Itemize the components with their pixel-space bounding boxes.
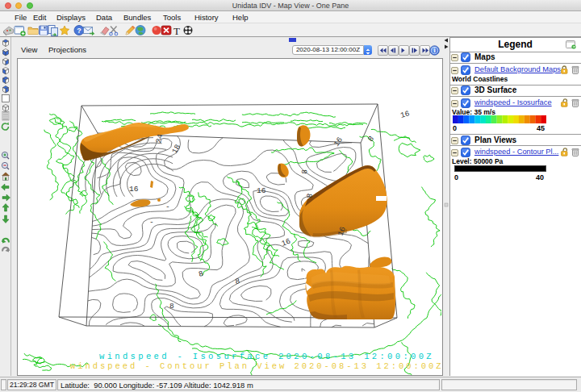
svg-text:24: 24 (154, 133, 165, 144)
svg-text:windspeed - Contour Plan View: windspeed - Contour Plan View 2020-08-13… (70, 361, 441, 371)
svg-text:8: 8 (300, 169, 309, 174)
svg-text:T: T (173, 25, 180, 37)
svg-text:-: - (149, 218, 154, 227)
svg-text:8: 8 (198, 269, 205, 279)
svg-text:8: 8 (366, 134, 376, 144)
svg-text:16: 16 (280, 236, 292, 248)
svg-text:-: - (165, 202, 170, 211)
svg-text:windspeed - Isosurface 2020-08: windspeed - Isosurface 2020-08-13 12:00:… (99, 352, 434, 361)
svg-text:16: 16 (257, 186, 266, 195)
svg-text:i: i (433, 47, 435, 54)
svg-text:8: 8 (305, 193, 315, 199)
svg-text:16: 16 (332, 136, 345, 148)
svg-text:16: 16 (129, 185, 139, 194)
svg-text:18: 18 (170, 143, 182, 155)
svg-text:8: 8 (169, 302, 174, 311)
svg-text:?: ? (77, 27, 82, 35)
svg-text:8: 8 (235, 277, 241, 286)
svg-text:16: 16 (399, 109, 411, 120)
